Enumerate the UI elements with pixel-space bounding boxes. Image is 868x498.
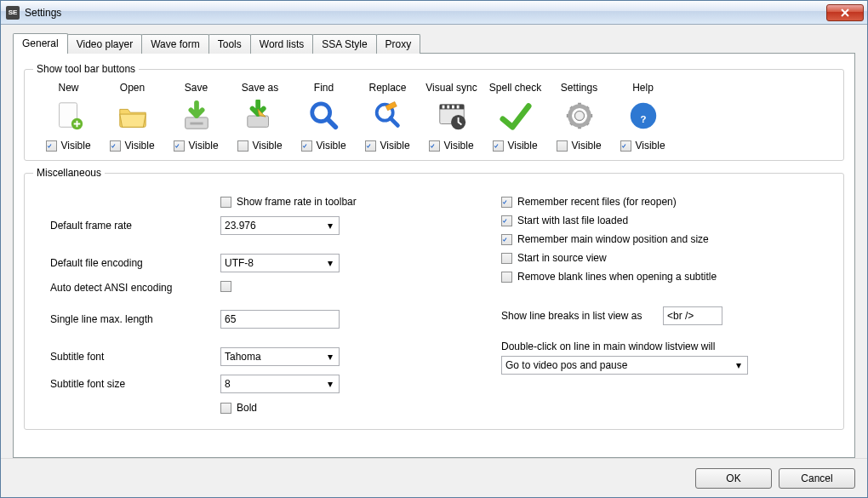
visible-label: Visible (252, 140, 282, 152)
toolbar-item-label: Visual sync (425, 82, 477, 94)
remove-blank-label: Remove blank lines when opening a subtit… (517, 271, 717, 283)
subtitle-font-label: Subtitle font (50, 351, 220, 363)
spell-check-icon (499, 99, 533, 133)
remember-window-checkbox[interactable] (501, 234, 512, 245)
visible-label: Visible (60, 140, 90, 152)
tab-proxy[interactable]: Proxy (376, 34, 421, 54)
toolbar-item-label: Find (314, 82, 334, 94)
replace-icon (371, 99, 405, 133)
subtitle-font-combo[interactable]: Tahoma▾ (220, 347, 340, 366)
remember-window-label: Remember main window position and size (517, 233, 709, 245)
visible-label: Visible (443, 140, 473, 152)
visible-checkbox[interactable] (110, 140, 121, 152)
double-click-label: Double-click on line in main window list… (501, 341, 828, 352)
show-frame-rate-label: Show frame rate in toolbar (237, 196, 357, 208)
double-click-combo[interactable]: Go to video pos and pause▾ (501, 356, 748, 375)
find-icon (307, 99, 341, 133)
misc-right-column: Remember recent files (for reopen) Start… (391, 189, 828, 421)
svg-rect-11 (447, 106, 449, 109)
close-button[interactable] (826, 4, 864, 21)
visible-checkbox[interactable] (365, 140, 376, 152)
visible-checkbox[interactable] (620, 140, 631, 152)
settings-window: SE Settings GeneralVideo playerWave form… (0, 0, 868, 498)
window-title: Settings (25, 7, 826, 19)
subtitle-font-size-value: 8 (225, 378, 231, 390)
toolbar-item-label: Settings (561, 82, 597, 94)
content-area: GeneralVideo playerWave formToolsWord li… (1, 25, 867, 458)
visible-checkbox[interactable] (237, 140, 248, 152)
svg-text:?: ? (640, 114, 646, 124)
toolbar-item-save-as: Save asVisible (228, 82, 292, 152)
default-encoding-label: Default file encoding (50, 257, 220, 269)
tab-word-lists[interactable]: Word lists (250, 34, 313, 54)
start-source-checkbox[interactable] (501, 253, 512, 264)
toolbar-groupbox: Show tool bar buttons NewVisibleOpenVisi… (24, 69, 844, 161)
tab-panel-general: Show tool bar buttons NewVisibleOpenVisi… (13, 53, 855, 458)
new-doc-icon (52, 99, 86, 133)
chevron-down-icon: ▾ (325, 220, 335, 232)
folder-icon (116, 99, 150, 133)
default-encoding-value: UTF-8 (225, 257, 254, 269)
svg-rect-13 (456, 106, 459, 109)
toolbar-item-spell-check: Spell checkVisible (483, 82, 547, 152)
visible-checkbox[interactable] (429, 140, 440, 152)
misc-groupbox: Miscellaneous Show frame rate in toolbar… (24, 173, 844, 430)
remove-blank-checkbox[interactable] (501, 272, 512, 283)
app-icon: SE (6, 6, 20, 20)
visible-checkbox[interactable] (301, 140, 312, 152)
visible-checkbox[interactable] (493, 140, 504, 152)
remember-recent-label: Remember recent files (for reopen) (517, 196, 677, 208)
visible-label: Visible (380, 140, 409, 152)
chevron-down-icon: ▾ (325, 351, 335, 363)
visible-checkbox[interactable] (174, 140, 185, 152)
line-breaks-input[interactable] (663, 306, 722, 325)
visual-sync-icon (435, 99, 469, 133)
subtitle-font-size-combo[interactable]: 8▾ (220, 375, 340, 393)
bold-checkbox[interactable] (220, 403, 231, 414)
visible-checkbox[interactable] (46, 140, 57, 152)
bold-label: Bold (237, 402, 257, 414)
cancel-button[interactable]: Cancel (779, 468, 855, 489)
tab-wave-form[interactable]: Wave form (141, 34, 209, 54)
toolbar-item-save: SaveVisible (164, 82, 228, 152)
ok-button[interactable]: OK (695, 468, 772, 489)
toolbar-item-settings: SettingsVisible (547, 82, 611, 152)
toolbar-item-new: NewVisible (37, 82, 100, 152)
title-bar: SE Settings (1, 1, 867, 25)
svg-rect-5 (247, 116, 268, 127)
toolbar-item-label: Spell check (489, 82, 541, 94)
toolbar-item-label: Open (120, 82, 145, 94)
double-click-value: Go to video pos and pause (505, 359, 627, 371)
close-icon (841, 9, 849, 17)
toolbar-item-open: OpenVisible (100, 82, 164, 152)
svg-rect-12 (452, 106, 454, 109)
svg-rect-4 (190, 123, 203, 125)
tab-general[interactable]: General (13, 33, 68, 54)
remember-recent-checkbox[interactable] (501, 197, 512, 208)
toolbar-group-title: Show tool bar buttons (33, 63, 139, 75)
single-line-max-input[interactable] (220, 310, 340, 329)
toolbar-item-label: Help (632, 82, 654, 94)
visible-label: Visible (571, 140, 601, 152)
chevron-down-icon: ▾ (734, 359, 744, 371)
tab-ssa-style[interactable]: SSA Style (312, 34, 376, 54)
default-frame-rate-combo[interactable]: 23.976▾ (220, 216, 340, 235)
tab-tools[interactable]: Tools (208, 34, 251, 54)
help-icon: ? (626, 99, 660, 133)
visible-label: Visible (124, 140, 154, 152)
default-encoding-combo[interactable]: UTF-8▾ (220, 254, 340, 272)
auto-detect-label: Auto detect ANSI encoding (50, 282, 220, 294)
visible-label: Visible (316, 140, 345, 152)
auto-detect-checkbox[interactable] (220, 281, 231, 292)
chevron-down-icon: ▾ (325, 257, 335, 269)
visible-checkbox[interactable] (557, 140, 568, 152)
chevron-down-icon: ▾ (325, 378, 335, 390)
start-last-checkbox[interactable] (501, 215, 512, 226)
line-breaks-label: Show line breaks in list view as (501, 310, 663, 322)
default-frame-rate-value: 23.976 (225, 220, 256, 232)
subtitle-font-size-label: Subtitle font size (50, 378, 220, 390)
show-frame-rate-checkbox[interactable] (220, 197, 231, 208)
visible-label: Visible (635, 140, 665, 152)
misc-left-column: Show frame rate in toolbar Default frame… (50, 189, 365, 421)
tab-video-player[interactable]: Video player (67, 34, 143, 54)
